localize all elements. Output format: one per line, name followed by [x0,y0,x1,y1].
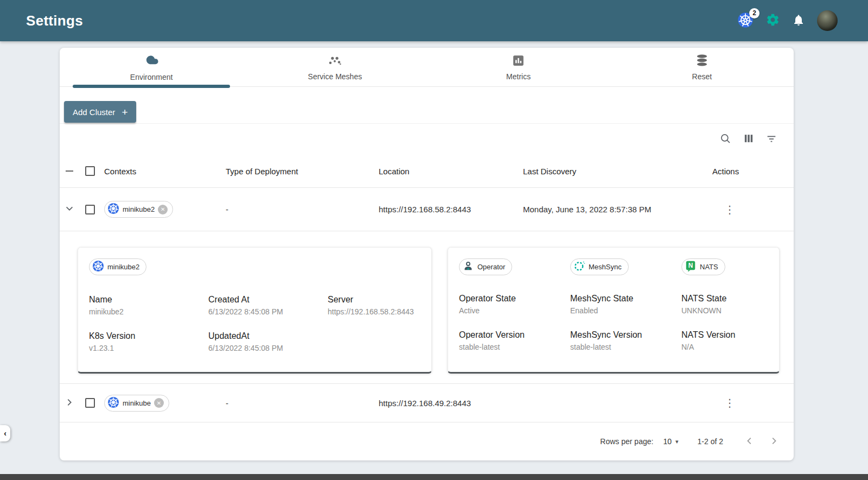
operator-chip[interactable]: Operator [459,258,512,275]
field-value: v1.23.1 [89,344,208,352]
context-chip-label: minikube2 [107,263,139,271]
collapse-all-icon[interactable] [66,170,73,172]
kubernetes-contexts-button[interactable]: 2 [737,12,754,30]
field-value: Active [459,306,570,315]
chevron-right-icon [769,436,778,447]
cloud-icon [144,53,159,70]
field-value: 6/13/2022 8:45:08 PM [208,344,328,352]
add-cluster-button[interactable]: Add Cluster + [64,101,136,123]
search-icon [719,132,732,147]
settings-tabs: Environment Service Meshes [60,48,794,87]
field-label: MeshSync Version [570,330,681,340]
field-k8s-version: K8s Version v1.23.1 [89,331,208,352]
col-contexts: Contexts [101,167,222,176]
context-chip-minikube[interactable]: minikube ✕ [104,395,169,412]
settings-panel: Environment Service Meshes [60,48,794,460]
col-location: Location [375,167,520,176]
nats-chip-label: NATS [700,263,718,271]
field-label: K8s Version [89,331,208,341]
context-chip-minikube2[interactable]: minikube2 ✕ [104,201,173,218]
filter-button[interactable] [765,132,777,146]
cluster-details-card: minikube2 Name minikube2 Created At 6/13… [78,247,432,374]
settings-gear-button[interactable] [765,12,780,29]
person-icon [462,260,474,274]
select-all-checkbox[interactable] [85,166,95,176]
rows-per-page-select[interactable]: 10 ▾ [663,437,678,446]
field-name: Name minikube2 [89,295,208,316]
close-icon[interactable]: ✕ [154,398,164,408]
operator-chip-label: Operator [477,263,505,271]
context-chip-label: minikube2 [123,205,155,213]
sidebar-collapse-handle[interactable]: ‹ [0,425,10,441]
filter-icon [765,132,777,146]
rows-per-page-label: Rows per page: [600,437,653,446]
previous-page-button[interactable] [745,436,755,447]
field-server: Server https://192.168.58.2:8443 [328,295,420,316]
pagination-range: 1-2 of 2 [698,437,723,446]
tab-reset[interactable]: Reset [610,48,794,86]
field-operator-version: Operator Version stable-latest [459,330,570,351]
table-row: minikube ✕ - https://192.168.49.2:8443 ⋮ [60,384,794,422]
kubernetes-icon [107,396,119,410]
row-expander-expanded[interactable] [65,204,74,215]
context-count-badge: 2 [749,8,760,18]
field-operator-state: Operator State Active [459,294,570,315]
field-label: NATS Version [681,330,768,340]
field-label: MeshSync State [570,294,681,304]
col-type-of-deployment: Type of Deployment [222,167,375,176]
tab-metrics[interactable]: Metrics [427,48,610,86]
search-button[interactable] [719,132,732,147]
field-label: Operator State [459,294,570,304]
field-nats-version: NATS Version N/A [681,330,768,351]
row-expander-collapsed[interactable] [65,397,74,409]
tab-environment-label: Environment [130,73,173,81]
meshsync-chip[interactable]: MeshSync [570,258,629,275]
field-created-at: Created At 6/13/2022 8:45:08 PM [208,295,328,316]
next-page-button[interactable] [769,436,778,447]
tab-environment[interactable]: Environment [60,48,243,86]
row-type-value: - [222,399,375,408]
row-last-discovery-value: Monday, June 13, 2022 8:57:38 PM [520,205,707,214]
field-label: Server [328,295,420,305]
row-location-value: https://192.168.58.2:8443 [375,205,520,214]
sync-icon [573,260,585,274]
add-cluster-row: Add Cluster + [60,87,794,124]
kubernetes-icon [92,260,104,274]
taskbar-strip [0,474,868,480]
tab-service-meshes-label: Service Meshes [308,72,362,81]
user-avatar[interactable] [817,10,838,31]
row-actions-menu[interactable]: ⋮ [712,397,738,409]
table-pagination: Rows per page: 10 ▾ 1-2 of 2 [60,422,794,460]
chevron-left-icon [745,436,755,447]
chevron-right-icon [65,397,74,409]
field-value: UNKNOWN [681,306,768,315]
nats-chip[interactable]: N NATS [681,258,725,275]
row-checkbox[interactable] [85,205,95,214]
field-value: stable-latest [570,343,681,351]
chart-icon [512,54,525,70]
operator-fields: Operator State Active MeshSync State Ena… [459,294,768,351]
field-value: minikube2 [89,307,208,316]
row-type-value: - [222,205,375,214]
svg-text:N: N [688,262,693,269]
tab-service-meshes[interactable]: Service Meshes [243,48,426,86]
cluster-fields: Name minikube2 Created At 6/13/2022 8:45… [89,295,420,352]
col-actions: Actions [707,167,794,176]
table-toolbar [60,124,794,155]
notifications-button[interactable] [792,14,805,28]
row-actions-menu[interactable]: ⋮ [712,204,738,216]
table-row: minikube2 ✕ - https://192.168.58.2:8443 … [60,188,794,231]
field-label: Created At [208,295,328,305]
row-checkbox[interactable] [85,398,95,408]
view-columns-button[interactable] [743,132,755,146]
context-chip-minikube2-detail[interactable]: minikube2 [89,258,146,275]
field-nats-state: NATS State UNKNOWN [681,294,768,315]
bell-icon [792,14,805,28]
app-bar: Settings [0,0,868,41]
plus-icon: + [122,107,127,117]
tab-metrics-label: Metrics [506,72,531,81]
close-icon[interactable]: ✕ [158,205,168,214]
field-label: Name [89,295,208,305]
appbar-icons: 2 [737,10,838,31]
field-label: Operator Version [459,330,570,340]
